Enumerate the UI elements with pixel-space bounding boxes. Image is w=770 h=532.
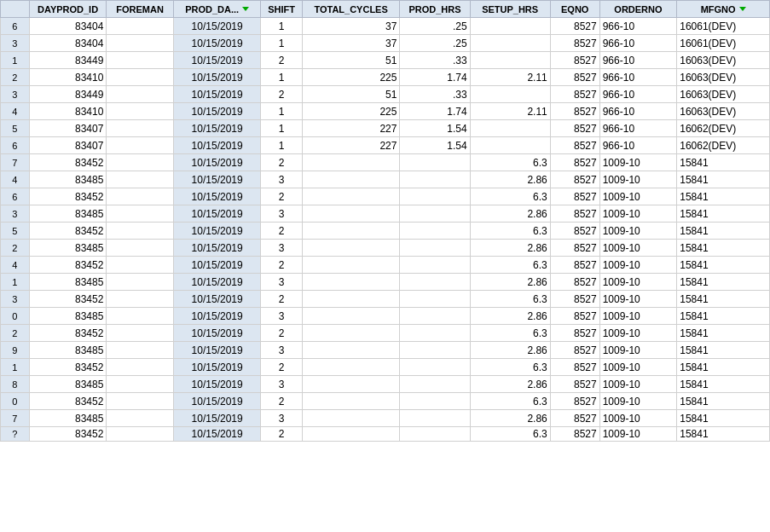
cell-e-19[interactable] [302,342,400,359]
cell-d-21[interactable]: 3 [261,376,302,393]
cell-f-3[interactable]: 1.74 [400,69,470,86]
cell-h-13[interactable]: 8527 [550,240,599,257]
cell-g-22[interactable]: 6.3 [470,393,550,410]
cell-c-4[interactable]: 10/15/2019 [173,86,261,103]
cell-e-14[interactable] [302,257,400,274]
cell-a-7[interactable]: 83407 [29,137,107,154]
cell-rownum-4[interactable]: 3 [1,86,30,103]
cell-j-10[interactable]: 15841 [677,188,770,205]
cell-rownum-22[interactable]: 0 [1,393,30,410]
cell-d-11[interactable]: 3 [261,205,302,223]
cell-c-0[interactable]: 10/15/2019 [173,18,261,35]
cell-e-23[interactable] [302,410,400,427]
cell-rownum-3[interactable]: 2 [1,69,30,86]
cell-c-15[interactable]: 10/15/2019 [173,274,261,291]
cell-g-21[interactable]: 2.86 [470,376,550,393]
cell-e-1[interactable]: 37 [302,35,400,52]
cell-h-10[interactable]: 8527 [550,188,599,205]
cell-j-24[interactable]: 15841 [677,427,770,442]
cell-j-9[interactable]: 15841 [677,171,770,188]
cell-j-19[interactable]: 15841 [677,342,770,359]
cell-c-22[interactable]: 10/15/2019 [173,393,261,410]
cell-rownum-19[interactable]: 9 [1,342,30,359]
cell-g-11[interactable]: 2.86 [470,205,550,223]
cell-d-0[interactable]: 1 [261,18,302,35]
cell-f-1[interactable]: .25 [400,35,470,52]
cell-c-21[interactable]: 10/15/2019 [173,376,261,393]
cell-b-8[interactable] [107,154,173,171]
cell-f-0[interactable]: .25 [400,18,470,35]
header-col-d[interactable]: SHIFT [261,1,302,18]
cell-rownum-18[interactable]: 2 [1,325,30,342]
cell-j-12[interactable]: 15841 [677,223,770,240]
cell-j-16[interactable]: 15841 [677,291,770,308]
header-col-g[interactable]: SETUP_HRS [470,1,550,18]
cell-f-2[interactable]: .33 [400,52,470,69]
cell-j-0[interactable]: 16061(DEV) [677,18,770,35]
cell-a-23[interactable]: 83485 [29,410,107,427]
cell-j-15[interactable]: 15841 [677,274,770,291]
cell-g-1[interactable] [470,35,550,52]
header-col-f[interactable]: PROD_HRS [400,1,470,18]
cell-j-21[interactable]: 15841 [677,376,770,393]
cell-a-3[interactable]: 83410 [29,69,107,86]
cell-a-20[interactable]: 83452 [29,359,107,376]
cell-e-18[interactable] [302,325,400,342]
cell-h-12[interactable]: 8527 [550,223,599,240]
cell-c-13[interactable]: 10/15/2019 [173,240,261,257]
filter-icon[interactable] [242,7,249,11]
cell-j-20[interactable]: 15841 [677,359,770,376]
cell-f-12[interactable] [400,223,470,240]
cell-g-19[interactable]: 2.86 [470,342,550,359]
cell-g-9[interactable]: 2.86 [470,171,550,188]
cell-h-14[interactable]: 8527 [550,257,599,274]
cell-d-14[interactable]: 2 [261,257,302,274]
cell-g-17[interactable]: 2.86 [470,308,550,325]
header-col-a[interactable]: DAYPROD_ID [29,1,107,18]
cell-f-13[interactable] [400,240,470,257]
cell-d-2[interactable]: 2 [261,52,302,69]
cell-rownum-7[interactable]: 6 [1,137,30,154]
cell-i-9[interactable]: 1009-10 [599,171,677,188]
cell-rownum-15[interactable]: 1 [1,274,30,291]
cell-g-13[interactable]: 2.86 [470,240,550,257]
cell-i-12[interactable]: 1009-10 [599,223,677,240]
header-col-b[interactable]: FOREMAN [107,1,173,18]
cell-d-12[interactable]: 2 [261,223,302,240]
cell-f-16[interactable] [400,291,470,308]
cell-c-12[interactable]: 10/15/2019 [173,223,261,240]
cell-e-12[interactable] [302,223,400,240]
cell-c-18[interactable]: 10/15/2019 [173,325,261,342]
cell-i-1[interactable]: 966-10 [599,35,677,52]
cell-a-4[interactable]: 83449 [29,86,107,103]
cell-f-14[interactable] [400,257,470,274]
cell-e-11[interactable] [302,205,400,223]
cell-j-4[interactable]: 16063(DEV) [677,86,770,103]
header-col-j[interactable]: MFGNO [677,1,770,18]
cell-a-13[interactable]: 83485 [29,240,107,257]
cell-rownum-5[interactable]: 4 [1,103,30,120]
cell-i-2[interactable]: 966-10 [599,52,677,69]
cell-h-5[interactable]: 8527 [550,103,599,120]
cell-a-14[interactable]: 83452 [29,257,107,274]
cell-i-16[interactable]: 1009-10 [599,291,677,308]
cell-f-6[interactable]: 1.54 [400,120,470,137]
cell-d-23[interactable]: 3 [261,410,302,427]
cell-g-18[interactable]: 6.3 [470,325,550,342]
cell-f-21[interactable] [400,376,470,393]
cell-j-22[interactable]: 15841 [677,393,770,410]
cell-c-6[interactable]: 10/15/2019 [173,120,261,137]
cell-f-7[interactable]: 1.54 [400,137,470,154]
cell-c-24[interactable]: 10/15/2019 [173,427,261,442]
cell-j-1[interactable]: 16061(DEV) [677,35,770,52]
cell-i-10[interactable]: 1009-10 [599,188,677,205]
cell-h-23[interactable]: 8527 [550,410,599,427]
cell-rownum-24[interactable]: ? [1,427,30,442]
cell-e-15[interactable] [302,274,400,291]
cell-i-13[interactable]: 1009-10 [599,240,677,257]
cell-a-10[interactable]: 83452 [29,188,107,205]
cell-a-16[interactable]: 83452 [29,291,107,308]
cell-c-8[interactable]: 10/15/2019 [173,154,261,171]
cell-c-14[interactable]: 10/15/2019 [173,257,261,274]
cell-i-15[interactable]: 1009-10 [599,274,677,291]
